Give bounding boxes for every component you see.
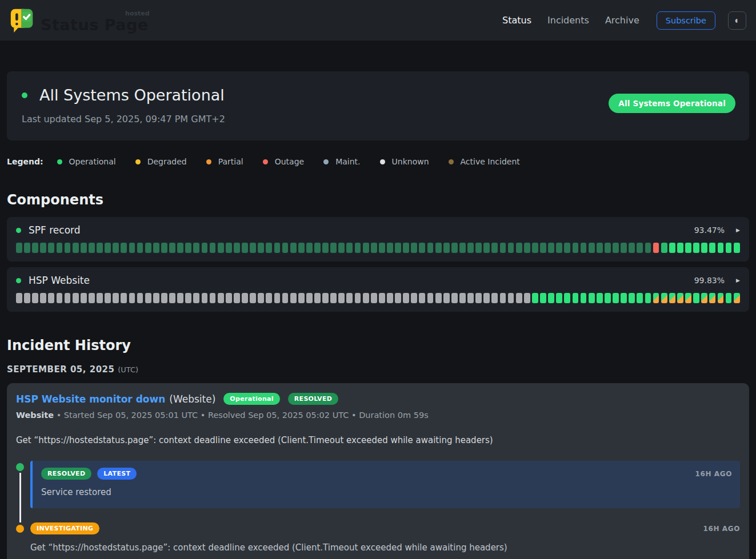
uptime-bar-na[interactable] xyxy=(338,293,345,303)
uptime-bar-dim[interactable] xyxy=(645,243,651,253)
uptime-bar-dim[interactable] xyxy=(346,243,353,253)
uptime-bar-dim[interactable] xyxy=(475,243,482,253)
uptime-bar-na[interactable] xyxy=(290,293,297,303)
uptime-bar-up[interactable] xyxy=(726,243,732,253)
uptime-bar-up[interactable] xyxy=(548,293,554,303)
component-header[interactable]: SPF record 93.47% ▶ xyxy=(16,224,740,236)
uptime-bar-na[interactable] xyxy=(282,293,289,303)
uptime-bar-up[interactable] xyxy=(613,293,619,303)
uptime-bar-up[interactable] xyxy=(621,293,627,303)
uptime-bar-dim[interactable] xyxy=(483,243,490,253)
uptime-bar-dim[interactable] xyxy=(637,243,643,253)
nav-item-archive[interactable]: Archive xyxy=(605,15,639,26)
uptime-bar-na[interactable] xyxy=(242,293,248,303)
uptime-bar-mix[interactable] xyxy=(734,293,740,303)
uptime-bar-up[interactable] xyxy=(589,293,595,303)
uptime-bar-na[interactable] xyxy=(411,293,417,303)
subscribe-button[interactable]: Subscribe xyxy=(657,11,715,30)
uptime-bar-na[interactable] xyxy=(202,293,208,303)
uptime-bar-na[interactable] xyxy=(524,293,530,303)
uptime-bar-dim[interactable] xyxy=(185,243,191,253)
uptime-bar-up[interactable] xyxy=(669,243,675,253)
uptime-bar-up[interactable] xyxy=(581,293,587,303)
uptime-bar-na[interactable] xyxy=(483,293,490,303)
uptime-bar-dim[interactable] xyxy=(161,243,167,253)
uptime-bar-up[interactable] xyxy=(597,293,603,303)
uptime-bar-dim[interactable] xyxy=(169,243,175,253)
uptime-bar-dim[interactable] xyxy=(121,243,127,253)
uptime-bar-dim[interactable] xyxy=(411,243,417,253)
uptime-bar-up[interactable] xyxy=(540,293,546,303)
uptime-bar-na[interactable] xyxy=(491,293,498,303)
uptime-bar-na[interactable] xyxy=(234,293,240,303)
uptime-bar-dim[interactable] xyxy=(419,243,425,253)
uptime-bar-dim[interactable] xyxy=(629,243,635,253)
uptime-bar-na[interactable] xyxy=(322,293,329,303)
uptime-bar-na[interactable] xyxy=(395,293,401,303)
uptime-bar-up[interactable] xyxy=(677,243,683,253)
uptime-bar-up[interactable] xyxy=(645,293,651,303)
uptime-bar-na[interactable] xyxy=(451,293,458,303)
uptime-bar-dim[interactable] xyxy=(73,243,79,253)
uptime-bar-dim[interactable] xyxy=(153,243,159,253)
uptime-bar-up[interactable] xyxy=(701,243,707,253)
uptime-bar-up[interactable] xyxy=(709,243,715,253)
uptime-bar-dim[interactable] xyxy=(145,243,151,253)
uptime-bar-mix[interactable] xyxy=(685,293,691,303)
uptime-bar-dim[interactable] xyxy=(234,243,240,253)
uptime-bar-na[interactable] xyxy=(435,293,442,303)
expand-arrow-icon[interactable]: ▶ xyxy=(736,278,740,283)
uptime-bar-dim[interactable] xyxy=(387,243,393,253)
uptime-bar-na[interactable] xyxy=(57,293,63,303)
uptime-bar-dim[interactable] xyxy=(451,243,458,253)
uptime-bar-dim[interactable] xyxy=(24,243,30,253)
uptime-bar-dim[interactable] xyxy=(516,243,522,253)
uptime-bar-up[interactable] xyxy=(693,243,699,253)
uptime-bar-mix[interactable] xyxy=(709,293,715,303)
uptime-bar-dim[interactable] xyxy=(32,243,38,253)
uptime-bar-na[interactable] xyxy=(24,293,30,303)
uptime-bar-dim[interactable] xyxy=(137,243,143,253)
uptime-bar-dim[interactable] xyxy=(282,243,289,253)
uptime-bar-na[interactable] xyxy=(330,293,337,303)
uptime-bar-na[interactable] xyxy=(266,293,272,303)
uptime-bar-na[interactable] xyxy=(193,293,199,303)
uptime-bar-dim[interactable] xyxy=(177,243,183,253)
uptime-bar-dim[interactable] xyxy=(395,243,401,253)
uptime-bar-dim[interactable] xyxy=(491,243,498,253)
uptime-bar-dim[interactable] xyxy=(435,243,442,253)
uptime-bar-dim[interactable] xyxy=(97,243,103,253)
uptime-bar-na[interactable] xyxy=(145,293,151,303)
uptime-bar-dim[interactable] xyxy=(564,243,570,253)
component-header[interactable]: HSP Website 99.83% ▶ xyxy=(16,275,740,286)
uptime-bar-up[interactable] xyxy=(685,243,691,253)
uptime-bar-dim[interactable] xyxy=(306,243,313,253)
uptime-bar-dim[interactable] xyxy=(218,243,224,253)
uptime-bar-na[interactable] xyxy=(169,293,175,303)
uptime-bar-na[interactable] xyxy=(32,293,38,303)
uptime-bar-dim[interactable] xyxy=(355,243,361,253)
uptime-bar-na[interactable] xyxy=(298,293,305,303)
uptime-bar-dim[interactable] xyxy=(81,243,87,253)
uptime-bar-dim[interactable] xyxy=(379,243,385,253)
uptime-bar-dim[interactable] xyxy=(621,243,627,253)
uptime-bar-na[interactable] xyxy=(113,293,119,303)
uptime-bar-na[interactable] xyxy=(387,293,393,303)
uptime-bar-na[interactable] xyxy=(65,293,71,303)
uptime-bar-dim[interactable] xyxy=(613,243,619,253)
uptime-bar-up[interactable] xyxy=(637,293,643,303)
uptime-bar-na[interactable] xyxy=(274,293,281,303)
expand-arrow-icon[interactable]: ▶ xyxy=(736,227,740,233)
uptime-bar-dim[interactable] xyxy=(524,243,530,253)
uptime-bar-na[interactable] xyxy=(210,293,216,303)
uptime-bar-dim[interactable] xyxy=(40,243,46,253)
uptime-bar-dim[interactable] xyxy=(266,243,272,253)
uptime-bar-na[interactable] xyxy=(355,293,361,303)
uptime-bar-na[interactable] xyxy=(250,293,256,303)
uptime-bar-up[interactable] xyxy=(556,293,562,303)
uptime-bar-dim[interactable] xyxy=(443,243,450,253)
theme-toggle-button[interactable]: ◐ xyxy=(728,11,746,30)
uptime-bar-na[interactable] xyxy=(129,293,135,303)
uptime-bar-na[interactable] xyxy=(40,293,46,303)
uptime-bar-na[interactable] xyxy=(81,293,87,303)
